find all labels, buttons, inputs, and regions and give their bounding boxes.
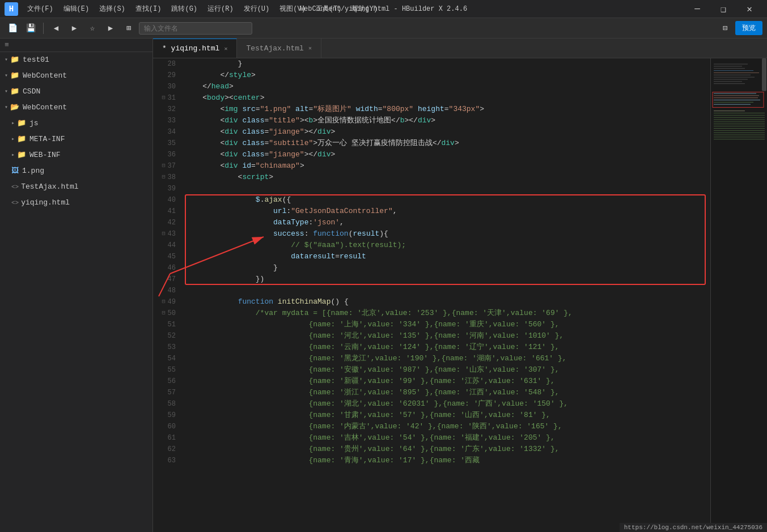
line-numbers: 28 29 30 ⊟31 32 33 34 35 36 ⊟37 ⊟38 39 4…: [153, 58, 180, 532]
menu-find[interactable]: 查找(I): [131, 3, 166, 15]
maximize-button[interactable]: ❑: [710, 0, 736, 18]
sidebar-collapse-icon[interactable]: ≡: [5, 41, 9, 49]
bottom-bar: https://blog.csdn.net/weixin_44275036: [620, 523, 767, 532]
svg-rect-6: [714, 68, 745, 69]
tab-testajax[interactable]: TestAjax.html ✕: [237, 39, 321, 58]
new-file-button[interactable]: 📄: [5, 20, 20, 36]
sidebar-item-meta-inf[interactable]: ▸ 📁 META-INF: [0, 131, 152, 147]
filter-icon[interactable]: ⊟: [717, 20, 733, 36]
sidebar-item-webcontent2[interactable]: ▾ 📂 WebContent: [0, 100, 152, 116]
line-num-32: 32: [158, 104, 176, 115]
tab-close-icon[interactable]: ✕: [308, 45, 312, 52]
terminal-button[interactable]: ⊞: [121, 20, 137, 36]
line-num-47: 47: [158, 274, 176, 285]
minimize-button[interactable]: —: [684, 0, 710, 18]
line-num-38: ⊟38: [158, 172, 176, 183]
code-line-52: {name: '河北',value: '135' },{name: '河南',v…: [185, 330, 706, 342]
file-search-input[interactable]: [139, 22, 252, 35]
arrow-icon: ▾: [5, 101, 8, 114]
code-line-60: {name: '内蒙古',value: '42' },{name: '陕西',v…: [185, 421, 706, 432]
sidebar-item-js[interactable]: ▸ 📁 js: [0, 116, 152, 131]
sidebar-item-webcontent1[interactable]: ▾ 📁 WebContent: [0, 68, 152, 84]
star-button[interactable]: ☆: [84, 20, 100, 36]
folder-icon: 📁: [10, 70, 19, 82]
window-title: WebContent/yiqing.html - HBuilder X 2.4.…: [300, 5, 467, 13]
line-num-56: 56: [158, 376, 176, 387]
menu-edit[interactable]: 编辑(E): [59, 3, 94, 15]
sidebar-item-testajax[interactable]: <> TestAjax.html: [0, 179, 152, 195]
line-num-61: 61: [158, 432, 176, 444]
sidebar-item-web-inf[interactable]: ▸ 📁 WEB-INF: [0, 147, 152, 163]
svg-rect-23: [714, 115, 765, 116]
svg-rect-33: [714, 137, 765, 137]
sidebar-item-csdn[interactable]: ▾ 📁 CSDN: [0, 84, 152, 100]
menu-select[interactable]: 选择(S): [95, 3, 130, 15]
forward-button[interactable]: ▶: [66, 20, 82, 36]
line-num-40: 40: [158, 194, 176, 206]
code-line-37: <div id="chinamap">: [185, 160, 706, 172]
line-num-39: 39: [158, 183, 176, 194]
line-num-33: 33: [158, 115, 176, 126]
sidebar-item-test01[interactable]: ▾ 📁 test01: [0, 52, 152, 68]
close-button[interactable]: ✕: [736, 0, 762, 18]
minimap-svg: [711, 58, 767, 532]
code-content: } </style> </head> <body><center> <img s…: [180, 58, 710, 532]
svg-rect-16: [714, 95, 759, 96]
code-line-61: {name: '吉林',value: '54' },{name: '福建',va…: [185, 432, 706, 444]
code-line-49: function initChinaMap() {: [185, 296, 706, 308]
menu-jump[interactable]: 跳转(G): [167, 3, 202, 15]
sidebar-label: js: [29, 117, 39, 130]
play-button[interactable]: ▶: [103, 20, 118, 36]
save-button[interactable]: 💾: [23, 20, 39, 36]
line-num-58: 58: [158, 398, 176, 410]
sidebar-item-yiqing[interactable]: <> yiqing.html: [0, 195, 152, 211]
menu-publish[interactable]: 发行(U): [239, 3, 274, 15]
code-line-50: /*var mydata = [{name: '北京',value: '253'…: [185, 308, 706, 319]
svg-rect-19: [714, 102, 753, 103]
menu-run[interactable]: 运行(R): [203, 3, 238, 15]
code-editor[interactable]: 28 29 30 ⊟31 32 33 34 35 36 ⊟37 ⊟38 39 4…: [153, 58, 767, 532]
tab-bar: * yiqing.html ✕ TestAjax.html ✕: [153, 39, 767, 58]
tab-yiqing[interactable]: * yiqing.html ✕: [153, 39, 237, 58]
toolbar-separator-1: [43, 23, 44, 34]
line-num-62: 62: [158, 444, 176, 455]
code-line-53: {name: '云南',value: '124' },{name: '辽宁',v…: [185, 342, 706, 353]
code-line-47: }): [185, 274, 706, 285]
folder-icon: 📁: [17, 149, 26, 161]
line-num-54: 54: [158, 353, 176, 364]
code-line-34: <div class="jiange"></div>: [185, 126, 706, 138]
svg-rect-32: [714, 135, 765, 135]
image-icon: 🖼: [11, 165, 19, 177]
svg-rect-9: [714, 75, 751, 75]
back-button[interactable]: ◀: [48, 20, 64, 36]
line-num-45: 45: [158, 251, 176, 262]
svg-rect-20: [714, 104, 751, 105]
line-num-57: 57: [158, 387, 176, 398]
code-line-31: <body><center>: [185, 92, 706, 104]
arrow-icon: ▾: [5, 70, 8, 82]
svg-rect-5: [714, 66, 742, 66]
sidebar-item-1png[interactable]: 🖼 1.png: [0, 163, 152, 179]
tab-close-icon[interactable]: ✕: [224, 45, 227, 52]
minimap[interactable]: [710, 58, 767, 532]
code-line-51: {name: '上海',value: '334' },{name: '重庆',v…: [185, 319, 706, 330]
line-num-43: ⊟43: [158, 228, 176, 240]
svg-rect-27: [714, 124, 765, 124]
sidebar-header: ≡: [0, 39, 152, 52]
preview-button[interactable]: 预览: [735, 21, 762, 35]
main-layout: ≡ ▾ 📁 test01 ▾ 📁 WebContent ▾ 📁 CSDN ▾ 📂…: [0, 39, 767, 532]
folder-icon: 📁: [10, 54, 19, 66]
code-line-56: {name: '新疆',value: '99' },{name: '江苏',va…: [185, 376, 706, 387]
svg-rect-7: [714, 70, 753, 71]
svg-rect-17: [714, 97, 758, 98]
tab-label: * yiqing.html: [162, 44, 219, 53]
line-num-52: 52: [158, 330, 176, 342]
svg-rect-12: [714, 81, 742, 82]
arrow-icon: ▾: [5, 86, 8, 98]
code-line-58: {name: '湖北',value: '62031' },{name: '广西'…: [185, 398, 706, 410]
bottom-url: https://blog.csdn.net/weixin_44275036: [624, 524, 762, 531]
code-line-45: dataresult=result: [185, 251, 706, 262]
svg-rect-29: [714, 128, 765, 129]
menu-file[interactable]: 文件(F): [23, 3, 58, 15]
line-num-34: 34: [158, 126, 176, 138]
